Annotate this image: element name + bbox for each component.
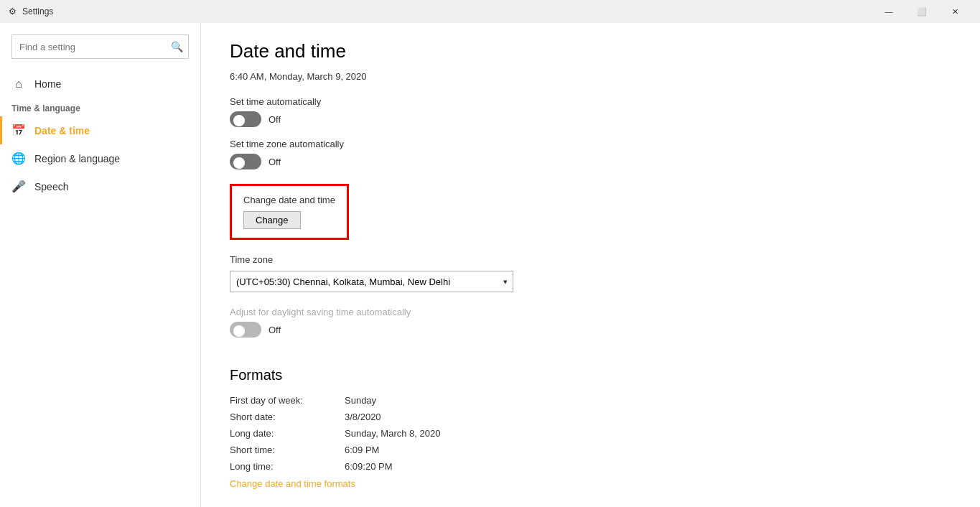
format-key-long-date: Long date: [230, 428, 345, 439]
set-time-auto-row: Set time automatically Off [230, 96, 951, 127]
sidebar-item-home-label: Home [34, 78, 61, 90]
search-container: 🔍 [11, 34, 189, 59]
format-value-short-time: 6:09 PM [345, 445, 379, 455]
sidebar-item-speech-label: Speech [34, 181, 68, 192]
set-timezone-auto-knob [233, 157, 245, 169]
page-title: Date and time [230, 40, 951, 62]
set-time-auto-toggle-row: Off [230, 111, 951, 127]
format-row-long-date: Long date: Sunday, March 8, 2020 [230, 428, 951, 439]
format-row-long-time: Long time: 6:09:20 PM [230, 461, 951, 472]
titlebar-title: Settings [22, 6, 53, 17]
section-divider [230, 352, 951, 353]
sidebar-item-region[interactable]: 🌐 Region & language [0, 144, 200, 172]
format-value-first-day: Sunday [345, 395, 376, 406]
format-row-short-time: Short time: 6:09 PM [230, 445, 951, 455]
daylight-track [230, 322, 261, 338]
set-time-auto-track [230, 111, 261, 127]
change-datetime-box: Change date and time Change [230, 184, 349, 240]
format-value-short-date: 3/8/2020 [345, 411, 381, 422]
set-timezone-auto-toggle-row: Off [230, 154, 951, 169]
daylight-label: Adjust for daylight saving time automati… [230, 307, 951, 317]
maximize-button[interactable]: ⬜ [905, 0, 938, 23]
search-input[interactable] [11, 34, 189, 59]
daylight-status: Off [269, 325, 281, 335]
close-button[interactable]: ✕ [938, 0, 971, 23]
change-datetime-button[interactable]: Change [243, 211, 301, 229]
format-row-short-date: Short date: 3/8/2020 [230, 411, 951, 422]
formats-title: Formats [230, 367, 951, 383]
sidebar-item-date-time-label: Date & time [34, 125, 90, 136]
main-content: Date and time 6:40 AM, Monday, March 9, … [201, 23, 980, 507]
speech-icon: 🎤 [11, 180, 26, 193]
sidebar-category-time-language: Time & language [0, 98, 200, 116]
change-datetime-label: Change date and time [243, 195, 335, 205]
sidebar: 🔍 ⌂ Home Time & language 📅 Date & time 🌐… [0, 23, 201, 507]
set-timezone-auto-status: Off [269, 157, 281, 167]
current-datetime: 6:40 AM, Monday, March 9, 2020 [230, 71, 951, 82]
set-timezone-auto-label: Set time zone automatically [230, 139, 951, 149]
daylight-toggle[interactable] [230, 322, 261, 338]
change-formats-link[interactable]: Change date and time formats [230, 478, 355, 489]
minimize-button[interactable]: — [872, 0, 905, 23]
titlebar-controls: — ⬜ ✕ [872, 0, 971, 23]
set-time-auto-toggle[interactable] [230, 111, 261, 127]
daylight-row: Adjust for daylight saving time automati… [230, 307, 951, 338]
sidebar-item-date-time[interactable]: 📅 Date & time [0, 116, 200, 144]
format-key-short-date: Short date: [230, 411, 345, 422]
settings-gear-icon: ⚙ [9, 6, 17, 17]
timezone-select-wrapper: (UTC+05:30) Chennai, Kolkata, Mumbai, Ne… [230, 271, 513, 292]
set-time-auto-knob [233, 115, 245, 126]
sidebar-item-speech[interactable]: 🎤 Speech [0, 172, 200, 200]
region-icon: 🌐 [11, 152, 26, 165]
format-key-first-day: First day of week: [230, 395, 345, 406]
format-row-first-day: First day of week: Sunday [230, 395, 951, 406]
titlebar-left: ⚙ Settings [9, 6, 53, 17]
format-value-long-date: Sunday, March 8, 2020 [345, 428, 440, 439]
search-icon: 🔍 [171, 41, 183, 52]
format-value-long-time: 6:09:20 PM [345, 461, 393, 472]
sidebar-item-region-label: Region & language [34, 153, 120, 164]
set-time-auto-status: Off [269, 114, 281, 125]
titlebar: ⚙ Settings — ⬜ ✕ [0, 0, 980, 23]
set-time-auto-label: Set time automatically [230, 96, 951, 107]
timezone-select[interactable]: (UTC+05:30) Chennai, Kolkata, Mumbai, Ne… [230, 271, 513, 292]
set-timezone-auto-toggle[interactable] [230, 154, 261, 169]
sidebar-item-home[interactable]: ⌂ Home [0, 70, 200, 98]
daylight-knob [233, 325, 245, 337]
set-timezone-auto-row: Set time zone automatically Off [230, 139, 951, 169]
home-icon: ⌂ [11, 78, 26, 90]
timezone-row: Time zone (UTC+05:30) Chennai, Kolkata, … [230, 254, 951, 292]
daylight-toggle-row: Off [230, 322, 951, 338]
formats-table: First day of week: Sunday Short date: 3/… [230, 395, 951, 472]
timezone-label: Time zone [230, 254, 951, 265]
format-key-long-time: Long time: [230, 461, 345, 472]
app-body: 🔍 ⌂ Home Time & language 📅 Date & time 🌐… [0, 23, 980, 507]
format-key-short-time: Short time: [230, 445, 345, 455]
set-timezone-auto-track [230, 154, 261, 169]
date-time-icon: 📅 [11, 124, 26, 137]
